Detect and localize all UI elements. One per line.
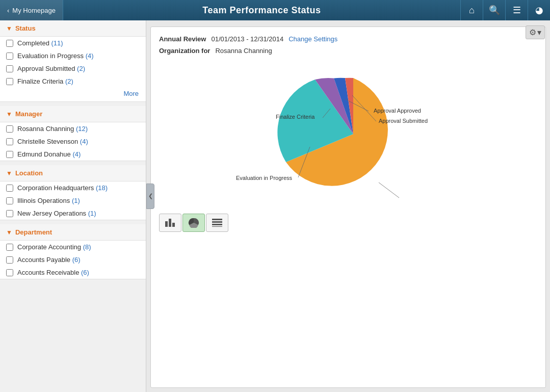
header-icons: ⌂ 🔍 ☰ ◕ bbox=[460, 0, 550, 20]
approval-submitted-label: Approval Submitted bbox=[379, 118, 428, 124]
department-section: ▼ Department Corporate Accounting (8) Ac… bbox=[0, 224, 146, 279]
manager-christelle-checkbox[interactable] bbox=[6, 138, 13, 145]
bar-chart-button[interactable] bbox=[159, 214, 181, 232]
department-label: Department bbox=[15, 228, 52, 236]
dept-accounts-receivable-item[interactable]: Accounts Receivable (6) bbox=[0, 266, 146, 279]
header: ‹ My Homepage Team Performance Status ⌂ … bbox=[0, 0, 550, 20]
manager-christelle-label: Christelle Stevenson (4) bbox=[17, 138, 88, 145]
status-completed-checkbox[interactable] bbox=[6, 40, 13, 47]
location-corp-hq-item[interactable]: Corporation Headquarters (18) bbox=[0, 181, 146, 194]
dept-accounts-receivable-checkbox[interactable] bbox=[6, 269, 13, 276]
status-finalize-checkbox[interactable] bbox=[6, 78, 13, 85]
dept-corp-accounting-label: Corporate Accounting (8) bbox=[17, 243, 91, 251]
manager-section-header[interactable]: ▼ Manager bbox=[0, 106, 146, 122]
svg-rect-6 bbox=[212, 224, 222, 225]
menu-icon[interactable]: ☰ bbox=[505, 0, 528, 20]
annual-review-label: Annual Review bbox=[159, 35, 206, 43]
location-collapse-icon: ▼ bbox=[6, 170, 12, 177]
completed-line bbox=[379, 182, 399, 198]
location-nj-label: New Jersey Operations (1) bbox=[17, 210, 96, 217]
table-icon bbox=[212, 218, 223, 227]
status-approval-submitted-checkbox[interactable] bbox=[6, 65, 13, 72]
bar-chart-icon bbox=[165, 218, 176, 227]
pie-chart-icon bbox=[188, 218, 199, 228]
department-collapse-icon: ▼ bbox=[6, 229, 12, 236]
gear-icon: ⚙ bbox=[529, 28, 536, 37]
status-label: Status bbox=[15, 24, 36, 32]
status-approval-submitted-item[interactable]: Approval Submitted (2) bbox=[0, 62, 146, 75]
location-illinois-item[interactable]: Illinois Operations (1) bbox=[0, 194, 146, 207]
status-section: ▼ Status Completed (11) Evaluation in Pr… bbox=[0, 20, 146, 102]
dept-accounts-payable-label: Accounts Payable (6) bbox=[17, 256, 81, 264]
dept-accounts-receivable-label: Accounts Receivable (6) bbox=[17, 269, 89, 276]
search-icon[interactable]: 🔍 bbox=[483, 0, 505, 20]
status-more-link[interactable]: More bbox=[0, 88, 146, 101]
status-evaluation-item[interactable]: Evaluation in Progress (4) bbox=[0, 49, 146, 62]
chart-org-row: Organization for Rosanna Channing bbox=[159, 47, 537, 55]
manager-edmund-checkbox[interactable] bbox=[6, 151, 13, 158]
sidebar: ▼ Status Completed (11) Evaluation in Pr… bbox=[0, 20, 146, 392]
location-illinois-label: Illinois Operations (1) bbox=[17, 197, 80, 204]
svg-rect-2 bbox=[172, 223, 175, 227]
dept-corp-accounting-item[interactable]: Corporate Accounting (8) bbox=[0, 241, 146, 253]
dept-corp-accounting-checkbox[interactable] bbox=[6, 244, 13, 251]
manager-edmund-label: Edmund Donahue (4) bbox=[17, 150, 81, 158]
manager-edmund-item[interactable]: Edmund Donahue (4) bbox=[0, 148, 146, 161]
org-value: Rosanna Channing bbox=[215, 47, 272, 55]
content-area: ⚙ ▾ Annual Review 01/01/2013 - 12/31/201… bbox=[146, 20, 550, 392]
table-chart-button[interactable] bbox=[206, 214, 228, 232]
svg-rect-4 bbox=[212, 219, 222, 220]
department-section-header[interactable]: ▼ Department bbox=[0, 224, 146, 241]
evaluation-label: Evaluation in Progress bbox=[236, 175, 293, 181]
gear-settings-button[interactable]: ⚙ ▾ bbox=[526, 25, 545, 39]
svg-rect-1 bbox=[169, 219, 171, 227]
svg-rect-5 bbox=[212, 221, 222, 223]
pie-chart-container: Completed Evaluation in Progress Finaliz… bbox=[159, 63, 537, 205]
location-corp-hq-label: Corporation Headquarters (18) bbox=[17, 184, 108, 192]
location-nj-checkbox[interactable] bbox=[6, 210, 13, 217]
status-completed-label: Completed (11) bbox=[17, 39, 63, 47]
back-label: My Homepage bbox=[12, 7, 56, 14]
page-title: Team Performance Status bbox=[63, 5, 460, 16]
chart-panel: Annual Review 01/01/2013 - 12/31/2014 Ch… bbox=[150, 27, 546, 388]
status-section-header[interactable]: ▼ Status bbox=[0, 20, 146, 37]
location-nj-item[interactable]: New Jersey Operations (1) bbox=[0, 207, 146, 220]
location-illinois-checkbox[interactable] bbox=[6, 197, 13, 204]
compass-icon[interactable]: ◕ bbox=[528, 0, 550, 20]
manager-rosanna-checkbox[interactable] bbox=[6, 125, 13, 133]
status-evaluation-checkbox[interactable] bbox=[6, 53, 13, 60]
chart-buttons bbox=[159, 214, 537, 232]
pie-chart-svg: Completed Evaluation in Progress Finaliz… bbox=[221, 63, 476, 205]
dept-accounts-payable-checkbox[interactable] bbox=[6, 256, 13, 264]
svg-rect-0 bbox=[165, 221, 168, 227]
manager-collapse-icon: ▼ bbox=[6, 111, 12, 118]
pie-chart-button[interactable] bbox=[182, 214, 205, 232]
change-settings-link[interactable]: Change Settings bbox=[289, 35, 337, 43]
manager-section: ▼ Manager Rosanna Channing (12) Christel… bbox=[0, 106, 146, 161]
manager-christelle-item[interactable]: Christelle Stevenson (4) bbox=[0, 135, 146, 148]
location-section: ▼ Location Corporation Headquarters (18)… bbox=[0, 165, 146, 220]
svg-rect-7 bbox=[212, 226, 222, 227]
status-approval-submitted-label: Approval Submitted (2) bbox=[17, 65, 85, 72]
back-button[interactable]: ‹ My Homepage bbox=[0, 0, 63, 20]
finalize-label: Finalize Criteria bbox=[276, 114, 315, 120]
status-completed-item[interactable]: Completed (11) bbox=[0, 37, 146, 49]
dept-accounts-payable-item[interactable]: Accounts Payable (6) bbox=[0, 253, 146, 266]
chart-meta: Annual Review 01/01/2013 - 12/31/2014 Ch… bbox=[159, 35, 537, 43]
chart-dates: 01/01/2013 - 12/31/2014 bbox=[211, 35, 283, 43]
back-arrow-icon: ‹ bbox=[7, 7, 9, 14]
manager-rosanna-label: Rosanna Channing (12) bbox=[17, 125, 88, 133]
org-label: Organization for bbox=[159, 47, 210, 55]
location-corp-hq-checkbox[interactable] bbox=[6, 185, 13, 192]
status-finalize-item[interactable]: Finalize Criteria (2) bbox=[0, 75, 146, 88]
location-label: Location bbox=[15, 169, 43, 177]
status-collapse-icon: ▼ bbox=[6, 25, 12, 32]
manager-label: Manager bbox=[15, 110, 42, 118]
location-section-header[interactable]: ▼ Location bbox=[0, 165, 146, 181]
sidebar-collapse-handle[interactable]: ❮ bbox=[146, 184, 154, 209]
manager-rosanna-item[interactable]: Rosanna Channing (12) bbox=[0, 122, 146, 135]
home-icon[interactable]: ⌂ bbox=[460, 0, 483, 20]
status-evaluation-label: Evaluation in Progress (4) bbox=[17, 52, 94, 60]
gear-dropdown-arrow: ▾ bbox=[537, 28, 541, 37]
status-finalize-label: Finalize Criteria (2) bbox=[17, 77, 73, 85]
